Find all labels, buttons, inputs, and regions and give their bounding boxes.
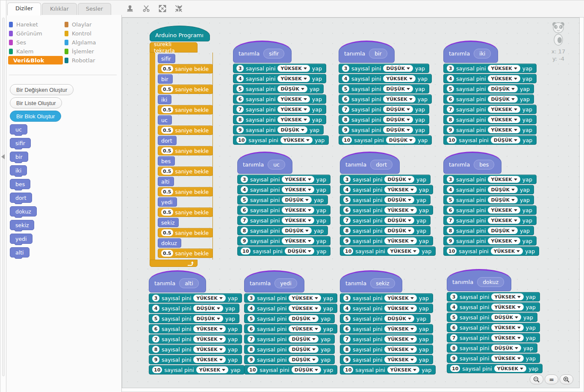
category-alg-lama[interactable]: Algılama: [64, 38, 118, 47]
scissors-icon[interactable]: [142, 4, 151, 13]
set-digital-pin-block[interactable]: 8sayısal piniYÜKSEKyap: [340, 345, 433, 354]
pin-value-dropdown[interactable]: DÜŞÜK: [491, 137, 520, 143]
pin-value-dropdown[interactable]: DÜŞÜK: [289, 346, 318, 353]
pin-value-dropdown[interactable]: DÜŞÜK: [491, 345, 521, 351]
palette-custom-block-yedi[interactable]: yedi: [10, 234, 32, 244]
pin-value-dropdown[interactable]: YÜKSEK: [282, 176, 314, 183]
pin-value-dropdown[interactable]: YÜKSEK: [384, 207, 416, 214]
set-digital-pin-block[interactable]: 5sayısal piniDÜŞÜKyap: [340, 314, 431, 323]
set-digital-pin-block[interactable]: 4sayısal piniYÜKSEKyap: [244, 304, 337, 313]
pin-value-dropdown[interactable]: YÜKSEK: [282, 207, 314, 214]
pin-value-dropdown[interactable]: DÜŞÜK: [488, 186, 517, 193]
set-digital-pin-block[interactable]: 4sayısal piniYÜKSEKyap: [443, 74, 537, 83]
set-digital-pin-block[interactable]: 9sayısal piniYÜKSEKyap: [340, 236, 433, 246]
set-digital-pin-block[interactable]: 6sayısal piniYÜKSEKyap: [443, 205, 537, 215]
pin-value-dropdown[interactable]: DÜŞÜK: [282, 227, 311, 234]
set-digital-pin-block[interactable]: 4sayısal piniYÜKSEKyap: [233, 74, 326, 83]
pin-value-dropdown[interactable]: YÜKSEK: [289, 325, 321, 332]
set-digital-pin-block[interactable]: 3sayısal piniDÜŞÜKyap: [339, 64, 429, 73]
pin-value-dropdown[interactable]: DÜŞÜK: [384, 315, 414, 322]
set-digital-pin-block[interactable]: 9sayısal piniYÜKSEKyap: [237, 236, 330, 246]
category-g-r-n-m[interactable]: Görünüm: [8, 29, 63, 38]
pin-value-dropdown[interactable]: YÜKSEK: [289, 295, 321, 301]
set-digital-pin-block[interactable]: 6sayısal piniYÜKSEKyap: [149, 324, 242, 333]
pin-value-dropdown[interactable]: DÜŞÜK: [384, 196, 414, 203]
set-digital-pin-block[interactable]: 7sayısal piniDÜŞÜKyap: [244, 334, 335, 344]
pin-value-dropdown[interactable]: YÜKSEK: [488, 116, 520, 123]
wait-block[interactable]: 0.5saniye bekle: [158, 249, 213, 258]
tab-diziler[interactable]: Diziler: [7, 3, 41, 15]
pin-value-dropdown[interactable]: DÜŞÜK: [282, 196, 311, 203]
set-digital-pin-block[interactable]: 7sayısal piniYÜKSEKyap: [149, 334, 242, 344]
set-digital-pin-block[interactable]: 7sayısal piniYÜKSEKyap: [233, 105, 326, 114]
pin-value-dropdown[interactable]: YÜKSEK: [384, 295, 416, 301]
wait-block[interactable]: 0.5saniye bekle: [158, 64, 213, 73]
call-custom-block-sekiz[interactable]: sekiz: [158, 218, 179, 227]
wait-block[interactable]: 0.5saniye bekle: [158, 167, 213, 176]
set-digital-pin-block[interactable]: 5sayısal piniDÜŞÜKyap: [339, 84, 429, 94]
pin-value-dropdown[interactable]: YÜKSEK: [488, 217, 520, 224]
set-digital-pin-block[interactable]: 9sayısal piniYÜKSEKyap: [443, 125, 537, 135]
set-digital-pin-block[interactable]: 10sayısal piniDÜŞÜKyap: [443, 135, 537, 145]
pin-value-dropdown[interactable]: YÜKSEK: [384, 305, 416, 312]
set-digital-pin-block[interactable]: 8sayısal piniYÜKSEKyap: [233, 115, 326, 124]
set-digital-pin-block[interactable]: 9sayısal piniDÜŞÜKyap: [244, 355, 335, 364]
wait-seconds-value[interactable]: 0.5: [161, 65, 173, 72]
palette-custom-block-sifir[interactable]: sifir: [10, 138, 31, 148]
pin-value-dropdown[interactable]: YÜKSEK: [384, 186, 416, 193]
zoom-out-button[interactable]: [530, 374, 543, 384]
wait-seconds-value[interactable]: 0.5: [161, 147, 173, 154]
category-hareket[interactable]: Hareket: [8, 20, 63, 29]
call-custom-block-alti[interactable]: alti: [158, 177, 174, 186]
set-digital-pin-block[interactable]: 5sayısal piniDÜŞÜKyap: [233, 84, 324, 94]
set-digital-pin-block[interactable]: 3sayısal piniYÜKSEKyap: [149, 293, 242, 303]
define-hat-block[interactable]: tanımlasekiz: [340, 270, 402, 293]
pin-value-dropdown[interactable]: YÜKSEK: [196, 366, 228, 373]
set-digital-pin-block[interactable]: 8sayısal piniDÜŞÜKyap: [443, 226, 534, 235]
wait-seconds-value[interactable]: 0.5: [161, 106, 173, 113]
set-digital-pin-block[interactable]: 6sayısal piniYÜKSEKyap: [340, 205, 433, 215]
set-digital-pin-block[interactable]: 6sayısal piniYÜKSEKyap: [340, 324, 433, 333]
pin-value-dropdown[interactable]: YÜKSEK: [491, 248, 523, 255]
pin-value-dropdown[interactable]: YÜKSEK: [488, 75, 520, 82]
set-digital-pin-block[interactable]: 10sayısal piniDÜŞÜKyap: [244, 365, 337, 374]
wait-block[interactable]: 0.5saniye bekle: [158, 85, 213, 94]
pin-value-dropdown[interactable]: DÜŞÜK: [488, 196, 517, 203]
pin-value-dropdown[interactable]: YÜKSEK: [491, 355, 523, 362]
set-digital-pin-block[interactable]: 3sayısal piniYÜKSEKyap: [443, 175, 537, 184]
set-digital-pin-block[interactable]: 3sayısal piniYÜKSEKyap: [340, 293, 433, 303]
set-digital-pin-block[interactable]: 5sayısal piniDÜŞÜKyap: [447, 313, 537, 322]
shrink-icon[interactable]: [174, 4, 183, 13]
pin-value-dropdown[interactable]: YÜKSEK: [277, 75, 310, 82]
set-digital-pin-block[interactable]: 9sayısal piniYÜKSEKyap: [447, 354, 540, 363]
pin-value-dropdown[interactable]: DÜŞÜK: [289, 336, 318, 342]
pin-value-dropdown[interactable]: YÜKSEK: [282, 217, 314, 224]
set-digital-pin-block[interactable]: 5sayısal piniDÜŞÜKyap: [149, 314, 239, 323]
pin-value-dropdown[interactable]: YÜKSEK: [277, 65, 310, 72]
set-digital-pin-block[interactable]: 9sayısal piniDÜŞÜKyap: [233, 125, 324, 135]
pin-value-dropdown[interactable]: YÜKSEK: [193, 346, 225, 353]
tab-kılıklar[interactable]: Kılıklar: [42, 3, 77, 15]
set-digital-pin-block[interactable]: 8sayısal piniYÜKSEKyap: [149, 345, 242, 354]
define-hat-block[interactable]: tanımladort: [340, 152, 400, 174]
set-digital-pin-block[interactable]: 8sayısal piniDÜŞÜKyap: [447, 343, 537, 353]
script-canvas[interactable]: x: 17 y: -4 = tanımlasifir3sayısal piniY…: [122, 18, 580, 388]
define-hat-block[interactable]: tanımlaiki: [443, 41, 498, 63]
palette-custom-block-uc[interactable]: uc: [10, 124, 27, 135]
set-digital-pin-block[interactable]: 8sayısal piniDÜŞÜKyap: [237, 226, 328, 235]
pin-value-dropdown[interactable]: YÜKSEK: [488, 65, 520, 72]
set-digital-pin-block[interactable]: 7sayısal piniDÜŞÜKyap: [339, 105, 429, 114]
pin-value-dropdown[interactable]: DÜŞÜK: [289, 315, 318, 322]
category-i-lemler[interactable]: İşlemler: [64, 47, 118, 56]
palette-custom-block-iki[interactable]: iki: [10, 165, 27, 176]
pin-value-dropdown[interactable]: DÜŞÜK: [285, 248, 314, 255]
pin-value-dropdown[interactable]: YÜKSEK: [491, 304, 523, 310]
pin-value-dropdown[interactable]: DÜŞÜK: [491, 314, 521, 321]
wait-block[interactable]: 0.5saniye bekle: [158, 228, 213, 237]
pin-value-dropdown[interactable]: DÜŞÜK: [386, 137, 416, 143]
set-digital-pin-block[interactable]: 4sayısal piniYÜKSEKyap: [237, 185, 330, 194]
pin-value-dropdown[interactable]: YÜKSEK: [488, 237, 520, 244]
set-digital-pin-block[interactable]: 4sayısal piniYÜKSEKyap: [340, 304, 433, 313]
set-digital-pin-block[interactable]: 10sayısal piniYÜKSEKyap: [340, 365, 436, 374]
set-digital-pin-block[interactable]: 4sayısal piniYÜKSEKyap: [340, 185, 433, 194]
